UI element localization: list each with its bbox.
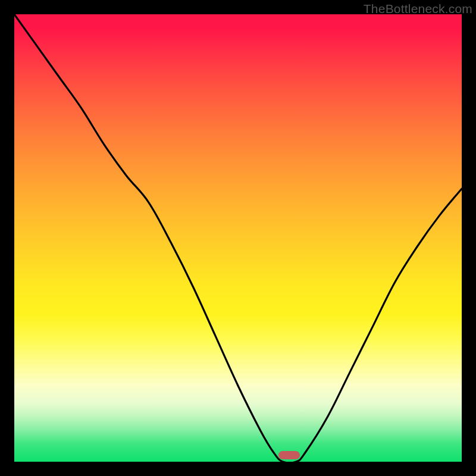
chart-frame: TheBottleneck.com	[0, 0, 476, 476]
bottleneck-curve	[14, 14, 462, 462]
chart-plot-area	[14, 14, 462, 462]
optimal-marker	[278, 451, 300, 459]
curve-path	[14, 14, 462, 463]
